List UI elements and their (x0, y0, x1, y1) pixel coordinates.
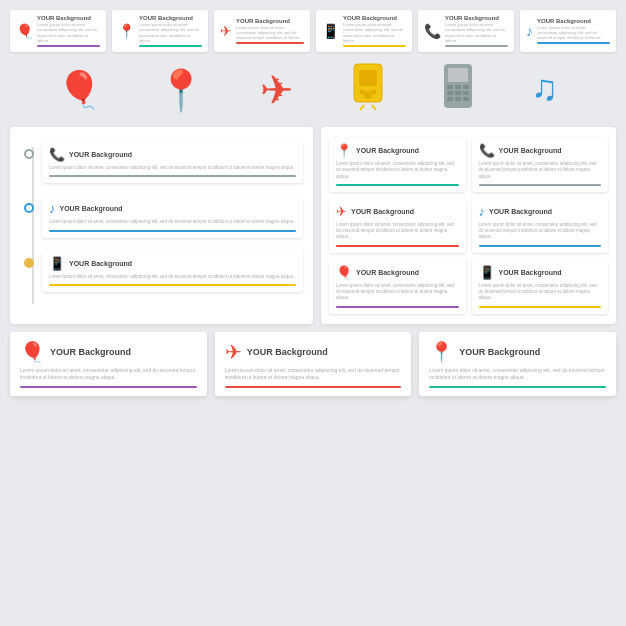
mini-card-1-text: YOUR Background Lorem ipsum dolor sit am… (37, 15, 100, 47)
grid-card-1-desc: Lorem ipsum dolor sit amet, consectetur … (336, 161, 459, 180)
mini-card-2-title: YOUR Background (139, 15, 202, 22)
bottom-card-1-bar (20, 386, 197, 388)
mini-card-5-title: YOUR Background (445, 15, 508, 22)
main-content: 📞 YOUR Background Lorem ipsum dolor sit … (0, 127, 626, 324)
svg-rect-16 (455, 97, 461, 101)
bottom-card-2-title: YOUR Background (247, 347, 328, 357)
phone-icon-big (441, 63, 475, 118)
timeline-card-3-bar (49, 284, 296, 286)
grid-panel: 📍 YOUR Background Lorem ipsum dolor sit … (321, 127, 616, 324)
grid-2col: 📍 YOUR Background Lorem ipsum dolor sit … (329, 137, 608, 314)
bottom-card-2-text: Lorem ipsum dolor sit amet, consectetur … (225, 367, 402, 381)
mini-card-4-bar (343, 45, 406, 47)
timeline-panel: 📞 YOUR Background Lorem ipsum dolor sit … (10, 127, 313, 324)
mini-card-3-body2: consectetur adipiscing elit, sed do eius… (236, 30, 304, 40)
mini-card-1-bar (37, 45, 100, 47)
timeline-card-3-title: YOUR Background (69, 260, 132, 267)
grid-card-2: 📞 YOUR Background Lorem ipsum dolor sit … (472, 137, 609, 192)
mini-card-3-title: YOUR Background (236, 18, 304, 25)
grid-card-6: 📱 YOUR Background Lorem ipsum dolor sit … (472, 259, 609, 314)
note-icon-tl2: ♪ (49, 201, 56, 216)
note-icon-g4: ♪ (479, 204, 486, 219)
mp3-icon-tl3: 📱 (49, 256, 65, 271)
balloon-icon-g5: 🎈 (336, 265, 352, 280)
timeline-card-1-bar (49, 175, 296, 177)
timeline-card-1-title: YOUR Background (69, 151, 132, 158)
bottom-card-3-bar (429, 386, 606, 388)
svg-text:♫: ♫ (531, 67, 558, 106)
grid-card-4: ♪ YOUR Background Lorem ipsum dolor sit … (472, 198, 609, 253)
bottom-card-3-title: YOUR Background (459, 347, 540, 357)
svg-rect-11 (463, 85, 469, 89)
grid-card-1-bar (336, 184, 459, 186)
mini-card-1: 🎈 YOUR Background Lorem ipsum dolor sit … (10, 10, 106, 52)
bottom-card-2-header: ✈ YOUR Background (225, 340, 402, 364)
mini-card-6-body2: consectetur adipiscing elit, sed do eius… (537, 30, 610, 40)
big-icons-row: 🎈 📍 ✈ ♫ (0, 58, 626, 127)
balloon-icon-mini: 🎈 (16, 23, 33, 39)
grid-card-6-desc: Lorem ipsum dolor sit amet, consectetur … (479, 283, 602, 302)
svg-point-4 (371, 89, 376, 94)
pin-icon-b3: 📍 (429, 340, 454, 364)
svg-line-5 (360, 105, 364, 110)
note-icon-mini: ♪ (526, 23, 533, 39)
bottom-card-2-bar (225, 386, 402, 388)
mini-card-3-bar (236, 42, 304, 44)
grid-card-2-desc: Lorem ipsum dolor sit amet, consectetur … (479, 161, 602, 180)
svg-rect-17 (463, 97, 469, 101)
svg-rect-10 (455, 85, 461, 89)
mini-card-1-body2: consectetur adipiscing elit, sed do eius… (37, 27, 100, 43)
balloon-icon-b1: 🎈 (20, 340, 45, 364)
mini-card-4: 📱 YOUR Background Lorem ipsum dolor sit … (316, 10, 412, 52)
mini-card-3-text: YOUR Background Lorem ipsum dolor sit am… (236, 18, 304, 45)
bottom-card-1: 🎈 YOUR Background Lorem ipsum dolor sit … (10, 332, 207, 396)
mini-card-5: 📞 YOUR Background Lorem ipsum dolor sit … (418, 10, 514, 52)
svg-rect-13 (455, 91, 461, 95)
grid-card-4-bar (479, 245, 602, 247)
plane-icon-big: ✈ (260, 67, 294, 113)
mini-card-2-text: YOUR Background Lorem ipsum dolor sit am… (139, 15, 202, 47)
grid-card-5-title: YOUR Background (356, 269, 419, 276)
bottom-card-2: ✈ YOUR Background Lorem ipsum dolor sit … (215, 332, 412, 396)
mini-card-6-text: YOUR Background Lorem ipsum dolor sit am… (537, 18, 610, 45)
svg-rect-8 (448, 68, 468, 82)
mini-card-2-body2: consectetur adipiscing elit, sed do eius… (139, 27, 202, 43)
mini-card-6-bar (537, 42, 610, 44)
grid-card-2-bar (479, 184, 602, 186)
mini-card-6: ♪ YOUR Background Lorem ipsum dolor sit … (520, 10, 616, 52)
svg-line-6 (372, 105, 376, 110)
timeline-dot-1 (24, 149, 34, 159)
mini-card-5-bar (445, 45, 508, 47)
timeline-card-2-bar (49, 230, 296, 232)
timeline-item-2: ♪ YOUR Background Lorem ipsum dolor sit … (24, 195, 303, 237)
timeline-card-1: 📞 YOUR Background Lorem ipsum dolor sit … (42, 141, 303, 183)
bottom-card-3: 📍 YOUR Background Lorem ipsum dolor sit … (419, 332, 616, 396)
mp3-icon-mini: 📱 (322, 23, 339, 39)
grid-card-2-title: YOUR Background (499, 147, 562, 154)
phone-icon-mini: 📞 (424, 23, 441, 39)
bottom-card-1-header: 🎈 YOUR Background (20, 340, 197, 364)
mp3-icon-g6: 📱 (479, 265, 495, 280)
svg-rect-9 (447, 85, 453, 89)
grid-card-5-desc: Lorem ipsum dolor sit amet, consectetur … (336, 283, 459, 302)
bottom-card-1-text: Lorem ipsum dolor sit amet, consectetur … (20, 367, 197, 381)
grid-card-1-title: YOUR Background (356, 147, 419, 154)
grid-card-6-bar (479, 306, 602, 308)
grid-card-3-bar (336, 245, 459, 247)
mini-card-4-text: YOUR Background Lorem ipsum dolor sit am… (343, 15, 406, 47)
timeline-item-1: 📞 YOUR Background Lorem ipsum dolor sit … (24, 141, 303, 183)
grid-card-5: 🎈 YOUR Background Lorem ipsum dolor sit … (329, 259, 466, 314)
bottom-card-3-header: 📍 YOUR Background (429, 340, 606, 364)
timeline-card-1-desc: Lorem ipsum dolor sit amet, consectetur … (49, 165, 296, 171)
timeline-card-2-title: YOUR Background (60, 205, 123, 212)
grid-card-6-title: YOUR Background (499, 269, 562, 276)
pin-icon-big: 📍 (156, 67, 206, 114)
plane-icon-b2: ✈ (225, 340, 242, 364)
grid-card-4-title: YOUR Background (489, 208, 552, 215)
plane-icon-mini: ✈ (220, 23, 232, 39)
balloon-icon-big: 🎈 (57, 69, 102, 111)
timeline-dot-2 (24, 203, 34, 213)
bottom-card-3-text: Lorem ipsum dolor sit amet, consectetur … (429, 367, 606, 381)
mini-card-4-title: YOUR Background (343, 15, 406, 22)
mini-card-2: 📍 YOUR Background Lorem ipsum dolor sit … (112, 10, 208, 52)
